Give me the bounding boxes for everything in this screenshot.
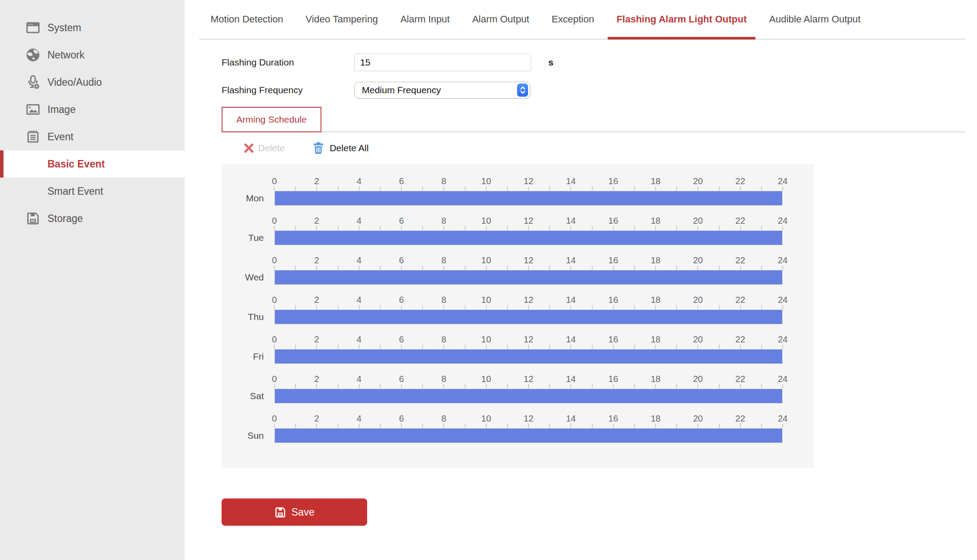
- delete-label: Delete: [258, 143, 285, 153]
- tick-label: 20: [693, 217, 703, 225]
- day-label: Wed: [222, 270, 264, 285]
- tab-flashing-alarm-light-output[interactable]: Flashing Alarm Light Output: [608, 0, 755, 40]
- schedule-track[interactable]: [274, 230, 783, 245]
- sidebar-item-storage[interactable]: Storage: [0, 205, 185, 232]
- globe-icon: [25, 47, 41, 63]
- tick-label: 18: [651, 375, 660, 383]
- tick-label: 24: [778, 335, 787, 343]
- tick-label: 8: [441, 296, 446, 304]
- day-label: Sun: [222, 428, 264, 443]
- tick-label: 2: [314, 415, 319, 422]
- tab-exception[interactable]: Exception: [543, 0, 603, 40]
- sidebar-item-network[interactable]: Network: [0, 41, 185, 69]
- microphone-icon: [25, 74, 41, 90]
- tick-label: 0: [272, 296, 277, 304]
- tick-label: 22: [736, 375, 745, 383]
- system-window-icon: [25, 20, 41, 36]
- save-button[interactable]: Save: [222, 498, 367, 526]
- sidebar-item-label: Image: [47, 104, 76, 116]
- day-label: Mon: [222, 191, 264, 206]
- sidebar-item-video-audio[interactable]: Video/Audio: [0, 69, 185, 96]
- sidebar-item-smart-event[interactable]: Smart Event: [0, 178, 185, 205]
- delete-button[interactable]: Delete: [243, 142, 285, 154]
- tick-label: 6: [399, 296, 404, 304]
- schedule-row: Fri024681012141618202224: [222, 335, 814, 375]
- schedule-bar[interactable]: [275, 191, 782, 205]
- flashing-duration-input[interactable]: [354, 54, 531, 71]
- tick-label: 18: [651, 217, 660, 225]
- tab-alarm-input[interactable]: Alarm Input: [391, 0, 459, 40]
- floppy-disk-icon: [25, 211, 41, 226]
- sidebar-item-label: Network: [47, 49, 84, 61]
- tab-video-tampering[interactable]: Video Tampering: [297, 0, 386, 40]
- tick-label: 4: [357, 375, 361, 383]
- tick-label: 6: [399, 415, 404, 422]
- tick-label: 20: [693, 375, 703, 383]
- schedule-track[interactable]: [274, 309, 783, 324]
- tab-motion-detection[interactable]: Motion Detection: [202, 0, 292, 40]
- tick-label: 16: [609, 177, 618, 185]
- tick-label: 10: [481, 415, 491, 422]
- schedule-row: Thu024681012141618202224: [222, 296, 814, 335]
- timeline[interactable]: 024681012141618202224: [274, 177, 783, 206]
- sidebar: System Network Video/Audio: [0, 0, 185, 560]
- timeline[interactable]: 024681012141618202224: [274, 335, 783, 364]
- schedule-track[interactable]: [274, 191, 783, 206]
- schedule-bar[interactable]: [275, 389, 782, 403]
- arming-schedule-tab[interactable]: Arming Schedule: [222, 107, 321, 132]
- tick-label: 22: [736, 256, 745, 264]
- tab-alarm-output[interactable]: Alarm Output: [463, 0, 538, 40]
- sidebar-item-label: Smart Event: [47, 185, 103, 197]
- timeline[interactable]: 024681012141618202224: [274, 256, 783, 285]
- tick-label: 10: [481, 177, 491, 185]
- select-stepper-icon: [517, 84, 528, 97]
- sidebar-item-image[interactable]: Image: [0, 96, 185, 123]
- tick-label: 8: [441, 256, 446, 264]
- schedule-bar[interactable]: [275, 231, 782, 245]
- tick-label: 8: [441, 177, 446, 185]
- tick-label: 4: [357, 177, 361, 185]
- tick-label: 20: [693, 415, 703, 422]
- schedule-track[interactable]: [274, 270, 783, 285]
- tick-label: 2: [314, 296, 319, 304]
- day-label: Tue: [222, 230, 264, 245]
- section-divider: [321, 131, 966, 132]
- sidebar-item-label: Video/Audio: [47, 76, 102, 88]
- flashing-frequency-select[interactable]: Medium Frequency: [354, 82, 530, 98]
- save-label: Save: [292, 506, 314, 518]
- flashing-frequency-label: Flashing Frequency: [222, 82, 303, 98]
- notepad-icon: [25, 129, 41, 145]
- tick-label: 12: [524, 177, 533, 185]
- schedule-track[interactable]: [274, 349, 783, 364]
- tick-label: 8: [441, 335, 446, 343]
- tick-label: 12: [524, 335, 533, 343]
- tick-label: 4: [357, 217, 361, 225]
- delete-all-button[interactable]: Delete All: [313, 142, 369, 154]
- schedule-bar[interactable]: [275, 310, 782, 324]
- tick-label: 8: [441, 415, 446, 422]
- tick-label: 12: [524, 217, 533, 225]
- schedule-bar[interactable]: [275, 429, 782, 443]
- tick-label: 6: [399, 335, 404, 343]
- tick-label: 22: [736, 296, 745, 304]
- schedule-bar[interactable]: [275, 349, 782, 364]
- tick-label: 24: [778, 375, 787, 383]
- sidebar-item-basic-event[interactable]: Basic Event: [0, 150, 185, 178]
- schedule-bar[interactable]: [275, 270, 782, 284]
- sidebar-item-event[interactable]: Event: [0, 123, 185, 150]
- timeline[interactable]: 024681012141618202224: [274, 296, 783, 324]
- sidebar-item-label: Basic Event: [47, 158, 105, 170]
- day-label: Fri: [222, 349, 264, 364]
- schedule-track[interactable]: [274, 389, 783, 404]
- timeline[interactable]: 024681012141618202224: [274, 217, 783, 245]
- tick-label: 24: [778, 415, 787, 422]
- timeline[interactable]: 024681012141618202224: [274, 415, 783, 443]
- sidebar-item-system[interactable]: System: [0, 14, 185, 41]
- schedule-track[interactable]: [274, 428, 783, 443]
- tick-label: 18: [651, 177, 660, 185]
- timeline[interactable]: 024681012141618202224: [274, 375, 783, 404]
- tick-label: 16: [609, 375, 618, 383]
- tick-label: 12: [524, 415, 533, 422]
- schedule-row: Sun024681012141618202224: [222, 415, 814, 454]
- tab-audible-alarm-output[interactable]: Audible Alarm Output: [760, 0, 869, 40]
